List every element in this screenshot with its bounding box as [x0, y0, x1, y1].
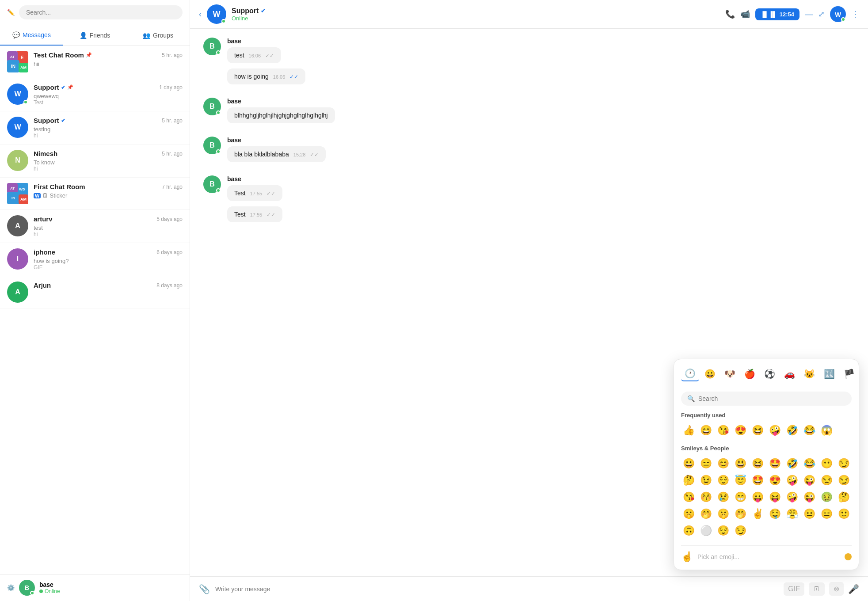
chat-item-arjun[interactable]: A Arjun 8 days ago — [0, 276, 190, 308]
chat-item-support-pinned[interactable]: W Support ✔ 📌 1 day ago qwewewq Test — [0, 78, 190, 111]
minimize-icon[interactable]: — — [805, 10, 813, 19]
clear-button[interactable]: ⊗ — [829, 582, 844, 596]
emoji-item[interactable]: 😏 — [733, 523, 748, 538]
emoji-item[interactable]: 😂 — [802, 423, 817, 438]
chat-item-nimesh[interactable]: N Nimesh 5 hr. ago To know hi — [0, 145, 190, 178]
emoji-item[interactable]: ⚪ — [698, 523, 714, 538]
message-tick: ✓✓ — [289, 74, 298, 80]
emoji-item[interactable]: 😇 — [733, 473, 748, 488]
chat-item-first-chat-room[interactable]: WD AT IN AM First Chat Room 7 hr. ago W … — [0, 178, 190, 210]
emoji-item[interactable]: 😀 — [681, 456, 697, 471]
expand-icon[interactable]: ⤢ — [818, 9, 825, 19]
emoji-item[interactable]: 😍 — [733, 423, 748, 438]
emoji-item[interactable]: 😑 — [819, 506, 834, 521]
emoji-item[interactable]: 🤤 — [767, 506, 783, 521]
voice-call-icon[interactable]: 📞 — [725, 9, 735, 19]
chat-item-iphone[interactable]: I iphone 6 days ago how is going? GIF — [0, 243, 190, 276]
emoji-item[interactable]: 😆 — [750, 423, 765, 438]
message-input[interactable] — [215, 586, 778, 593]
emoji-item[interactable]: 🙂 — [836, 506, 852, 521]
emoji-item[interactable]: 😘 — [716, 423, 731, 438]
chat-item-arturv[interactable]: A arturv 5 days ago test hi — [0, 210, 190, 243]
sticker-button[interactable]: 🗓 — [809, 582, 825, 596]
emoji-item[interactable]: 😛 — [750, 490, 765, 505]
emoji-item[interactable]: 😱 — [819, 423, 834, 438]
chat-name: Test Chat Room 📌 — [34, 51, 92, 59]
chat-name-row: First Chat Room 7 hr. ago — [34, 183, 183, 190]
emoji-item[interactable]: 🤪 — [784, 473, 800, 488]
emoji-item[interactable]: 🤫 — [681, 506, 697, 521]
emoji-search-input[interactable] — [698, 395, 845, 402]
emoji-item[interactable]: 😐 — [802, 506, 817, 521]
chat-item-test-chat-room[interactable]: E AT IN AM Test Chat Room 📌 5 hr. ago hi… — [0, 46, 190, 78]
tab-messages[interactable]: 💬 Messages — [0, 25, 63, 46]
emoji-item[interactable]: 🤩 — [750, 473, 765, 488]
emoji-item[interactable]: 🤪 — [784, 490, 800, 505]
video-call-icon[interactable]: 📹 — [740, 9, 750, 19]
emoji-item[interactable]: 🤔 — [681, 473, 697, 488]
settings-icon[interactable]: ⚙️ — [7, 584, 15, 591]
edit-icon[interactable]: ✏️ — [7, 9, 15, 16]
back-button[interactable]: ‹ — [199, 10, 202, 19]
emoji-item[interactable]: 😘 — [681, 490, 697, 505]
emoji-item[interactable]: 😢 — [716, 490, 731, 505]
emoji-item[interactable]: 🤪 — [767, 423, 783, 438]
mic-icon[interactable]: 🎤 — [848, 584, 859, 594]
emoji-item[interactable]: 😁 — [733, 490, 748, 505]
emoji-tab-faces[interactable]: 😺 — [800, 367, 819, 381]
emoji-item[interactable]: 😌 — [716, 473, 731, 488]
emoji-item[interactable]: ✌️ — [750, 506, 765, 521]
emoji-tab-travel[interactable]: 🚗 — [780, 367, 799, 381]
emoji-item[interactable]: 😏 — [836, 473, 852, 488]
emoji-item[interactable]: 😌 — [716, 523, 731, 538]
emoji-item[interactable]: 😒 — [819, 473, 834, 488]
emoji-item[interactable]: 🤢 — [819, 490, 834, 505]
emoji-item[interactable]: 🤣 — [784, 456, 800, 471]
gif-button[interactable]: GIF — [784, 582, 804, 596]
emoji-item[interactable]: 😑 — [698, 456, 714, 471]
emoji-item[interactable]: 😝 — [767, 490, 783, 505]
avatar-group: WD AT IN AM — [7, 183, 28, 204]
emoji-item[interactable]: 😚 — [698, 490, 714, 505]
emoji-item[interactable]: 😊 — [716, 456, 731, 471]
tab-friends[interactable]: 👤 Friends — [63, 25, 126, 46]
emoji-tab-symbols[interactable]: 🔣 — [820, 367, 838, 381]
tab-groups[interactable]: 👥 Groups — [126, 25, 190, 46]
emoji-item[interactable]: 😜 — [802, 490, 817, 505]
emoji-item[interactable]: 😆 — [750, 456, 765, 471]
chat-name: Support ✔ 📌 — [34, 84, 73, 91]
emoji-item[interactable]: 😜 — [802, 473, 817, 488]
emoji-item[interactable]: 😏 — [836, 456, 852, 471]
emoji-item[interactable]: 😃 — [733, 456, 748, 471]
emoji-item[interactable]: 👍 — [681, 423, 697, 438]
emoji-item[interactable]: 🤔 — [836, 490, 852, 505]
chat-item-support-2[interactable]: W Support ✔ 5 hr. ago testing hi — [0, 111, 190, 145]
emoji-item[interactable]: 🙃 — [681, 523, 697, 538]
emoji-item[interactable]: 😍 — [767, 473, 783, 488]
emoji-item[interactable]: 🤭 — [733, 506, 748, 521]
emoji-tab-sports[interactable]: ⚽ — [761, 367, 779, 381]
emoji-tab-recent[interactable]: 🕐 — [681, 366, 699, 381]
search-input[interactable] — [19, 5, 183, 19]
chat-time: 7 hr. ago — [162, 184, 183, 190]
more-options-icon[interactable]: ⋮ — [851, 9, 859, 19]
emoji-item[interactable]: 😄 — [698, 423, 714, 438]
emoji-item[interactable]: 😂 — [802, 456, 817, 471]
attach-icon[interactable]: 📎 — [199, 584, 210, 594]
message-time: 15:28 — [293, 152, 306, 157]
emoji-item[interactable]: 🤭 — [698, 506, 714, 521]
emoji-tab-smileys[interactable]: 😀 — [701, 367, 719, 381]
emoji-item[interactable]: 🤫 — [716, 506, 731, 521]
emoji-skin-tone[interactable] — [845, 553, 852, 560]
emoji-search-bar[interactable]: 🔍 — [681, 392, 852, 406]
emoji-item[interactable]: 🤣 — [784, 423, 800, 438]
emoji-item[interactable]: 😉 — [698, 473, 714, 488]
emoji-tab-flags[interactable]: 🏴 — [840, 367, 858, 381]
emoji-hand-icon[interactable]: ☝️ — [681, 551, 693, 563]
emoji-item[interactable]: 😤 — [784, 506, 800, 521]
emoji-item[interactable]: 😶 — [819, 456, 834, 471]
emoji-tab-food[interactable]: 🍎 — [741, 367, 759, 381]
emoji-item[interactable]: 🤩 — [767, 456, 783, 471]
emoji-tab-animals[interactable]: 🐶 — [721, 367, 739, 381]
current-user-name: base — [39, 581, 60, 588]
